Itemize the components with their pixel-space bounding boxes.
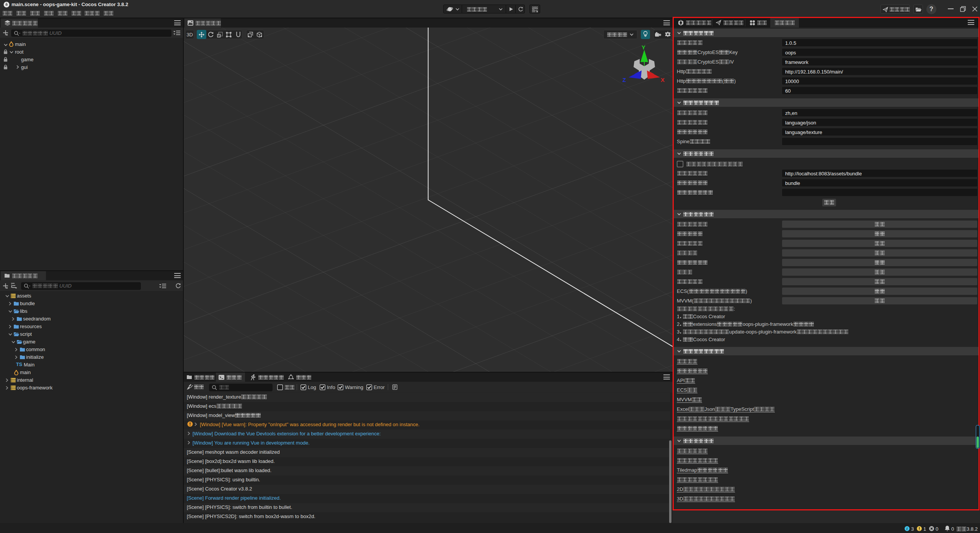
svg-text:X: X [661, 77, 665, 83]
svg-text:Y: Y [642, 44, 645, 51]
svg-text:Z: Z [622, 77, 626, 83]
svg-text:i: i [906, 526, 908, 531]
